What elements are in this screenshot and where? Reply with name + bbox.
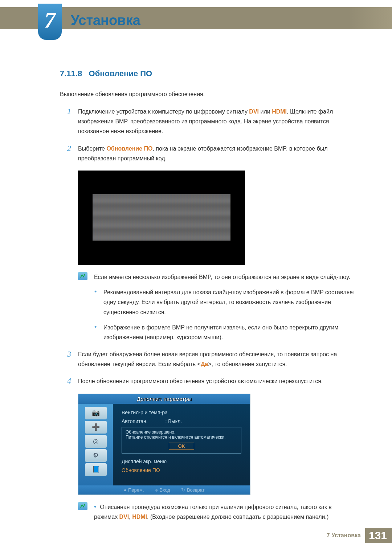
- section-intro: Выполнение обновления программного обесп…: [60, 91, 356, 98]
- bullet-list: • Рекомендованный интервал для показа сл…: [94, 287, 356, 342]
- nav-label: Возврат: [187, 487, 205, 493]
- osd-tab-icon: ➕: [85, 421, 107, 434]
- osd-content: Вентил-р и темп-ра Автопитан. : Выкл. Об…: [113, 404, 250, 485]
- step-number: 2: [67, 144, 78, 163]
- step-text: Подключение устройства к компьютеру по ц…: [78, 107, 356, 136]
- step-text: Выберите Обновление ПО, пока на экране о…: [78, 144, 356, 163]
- osd-header: Дополнит. параметры: [78, 394, 250, 404]
- note-icon: [78, 502, 87, 510]
- osd-item-fan: Вентил-р и темп-ра: [122, 410, 241, 415]
- step-text: После обновления программного обеспечени…: [78, 376, 356, 386]
- highlight-yes: Да: [201, 361, 208, 367]
- highlight-dvi: DVI: [119, 514, 129, 520]
- osd-item-auto: Автопитан. : Выкл.: [122, 418, 241, 424]
- text-fragment: или: [259, 108, 272, 115]
- section-number: 7.11.8: [60, 69, 82, 78]
- osd-sidebar: 📷 ➕ ◎ ⚙ 📘: [78, 404, 113, 485]
- bullet-dot-icon: •: [94, 323, 103, 342]
- note-block: Если имеется несколько изображений BMP, …: [78, 272, 356, 282]
- osd-dialog-box: Обновление завершено. Питание отключится…: [122, 427, 241, 454]
- bullet-dot-icon: •: [94, 503, 100, 510]
- osd-label: Автопитан.: [122, 418, 148, 424]
- osd-nav-return: ↻ Возврат: [181, 487, 205, 493]
- note-icon: [78, 272, 87, 280]
- note-block: • Описанная процедура возможна только пр…: [78, 502, 356, 522]
- chapter-number: 7: [38, 4, 62, 36]
- osd-menu-illustration: Дополнит. параметры 📷 ➕ ◎ ⚙ 📘 Вентил-р и…: [78, 394, 250, 495]
- text-fragment: Выберите: [78, 145, 106, 152]
- osd-body: 📷 ➕ ◎ ⚙ 📘 Вентил-р и темп-ра Автопитан. …: [78, 404, 250, 485]
- text-fragment: ,: [129, 514, 132, 520]
- page-footer: 7 Установка 131: [327, 528, 392, 543]
- header-bar-end: [348, 7, 392, 29]
- step-number: 1: [67, 107, 78, 136]
- footer-page-number: 131: [365, 528, 392, 543]
- step-3: 3 Если будет обнаружена более новая верс…: [60, 349, 356, 369]
- section-heading: 7.11.8 Обновление ПО: [60, 69, 356, 78]
- bullet-item: • Изображение в формате BMP не получится…: [94, 323, 356, 342]
- nav-label: Вход: [160, 487, 170, 493]
- section-title: Обновление ПО: [89, 69, 152, 78]
- step-number: 3: [67, 349, 78, 369]
- step-4: 4 После обновления программного обеспече…: [60, 376, 356, 386]
- step-text: Если будет обнаружена более новая версия…: [78, 349, 356, 369]
- osd-item-display: Дисплей экр. меню: [122, 459, 241, 464]
- osd-dialog-line1: Обновление завершено.: [126, 430, 237, 435]
- highlight-hdmi: HDMI: [132, 514, 147, 520]
- osd-ok-button: OK: [169, 443, 194, 450]
- step-1: 1 Подключение устройства к компьютеру по…: [60, 107, 356, 136]
- osd-nav-enter: ⎆ Вход: [155, 487, 170, 493]
- step-2: 2 Выберите Обновление ПО, пока на экране…: [60, 144, 356, 163]
- osd-value: : Выкл.: [165, 418, 182, 424]
- content-area: 7.11.8 Обновление ПО Выполнение обновлен…: [60, 69, 356, 522]
- bullet-text: Рекомендованный интервал для показа слай…: [103, 287, 356, 317]
- note-text: Если имеется несколько изображений BMP, …: [94, 272, 356, 282]
- static-noise-graphic: [93, 194, 230, 241]
- text-fragment: . (Входное разрешение должно совпадать с…: [147, 514, 328, 520]
- highlight-swupdate: Обновление ПО: [106, 145, 152, 152]
- highlight-hdmi: HDMI: [272, 108, 287, 115]
- osd-tab-icon: 📷: [85, 407, 107, 419]
- note-text: • Описанная процедура возможна только пр…: [94, 502, 356, 522]
- text-fragment: >, то обновление запустится.: [208, 361, 287, 367]
- bmp-screen-illustration: [78, 171, 245, 265]
- bullet-item: • Рекомендованный интервал для показа сл…: [94, 287, 356, 317]
- bullet-text: Изображение в формате BMP не получится и…: [103, 323, 356, 342]
- osd-item-swupdate: Обновление ПО: [122, 467, 241, 473]
- nav-label: Перем.: [128, 487, 144, 493]
- osd-tab-icon: ◎: [85, 435, 107, 448]
- footer-chapter-label: 7 Установка: [327, 532, 361, 539]
- osd-nav-move: ♦ Перем.: [124, 487, 144, 493]
- chapter-title: Установка: [71, 13, 140, 28]
- osd-tab-icon: 📘: [85, 463, 107, 476]
- text-fragment: Подключение устройства к компьютеру по ц…: [78, 108, 249, 115]
- osd-nav-footer: ♦ Перем. ⎆ Вход ↻ Возврат: [78, 485, 250, 495]
- page: 7 Установка 7.11.8 Обновление ПО Выполне…: [0, 0, 392, 554]
- chapter-tab: 7: [38, 4, 62, 40]
- highlight-dvi: DVI: [249, 108, 259, 115]
- bullet-dot-icon: •: [94, 287, 103, 317]
- osd-tab-icon: ⚙: [85, 449, 107, 462]
- osd-dialog-line2: Питание отключится и включится автоматич…: [126, 435, 237, 440]
- step-number: 4: [67, 376, 78, 386]
